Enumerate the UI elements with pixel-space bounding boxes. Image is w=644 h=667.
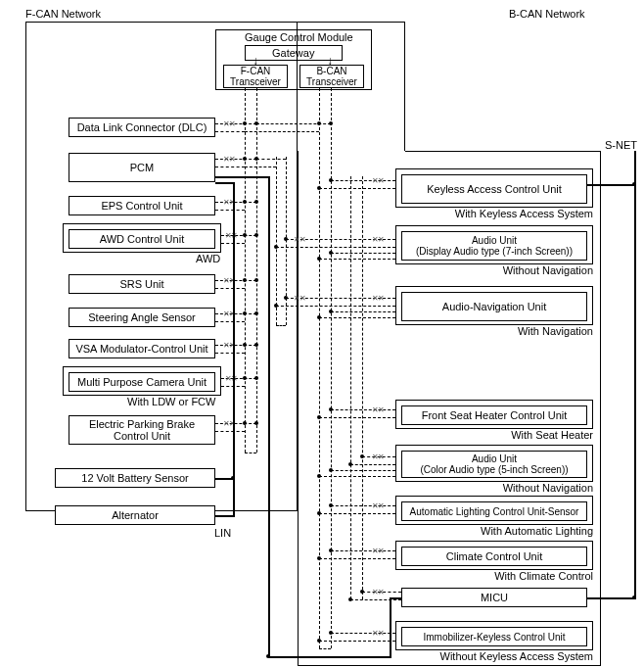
fcan-sub-a: [276, 157, 277, 325]
audionav-note: With Navigation: [395, 325, 593, 337]
arrow-down-icon: ↓: [253, 54, 258, 68]
immo-option-frame: [395, 621, 593, 650]
bcan-bus-a: [319, 88, 320, 648]
camera-option-frame: [63, 366, 221, 396]
awd-option-frame: [63, 223, 221, 253]
snet-line-micu: [587, 597, 636, 599]
awd-note: AWD: [196, 253, 220, 264]
seatheater-option-frame: [395, 400, 593, 429]
micu-box: MICU: [401, 588, 587, 607]
fcan-sub-b: [286, 157, 287, 325]
bcan-transceiver-box: B-CAN Transceiver: [299, 65, 364, 88]
bcan-network-label: B-CAN Network: [509, 8, 585, 20]
diagram-canvas: F-CAN Network B-CAN Network S-NET Gauge …: [0, 0, 644, 667]
audio7-option-frame: [395, 225, 593, 264]
audio5-option-frame: [395, 445, 593, 482]
snet-vertical: [634, 151, 636, 599]
autolight-note: With Automatic Lighting: [395, 525, 593, 537]
autolight-option-frame: [395, 496, 593, 525]
gateway-label: Gateway: [272, 47, 314, 59]
dlc-box: Data Link Connector (DLC): [69, 118, 215, 137]
pcm-box: PCM: [69, 153, 215, 182]
steering-angle-box: Steering Angle Sensor: [69, 308, 215, 327]
fcan-transceiver-box: F-CAN Transceiver: [223, 65, 288, 88]
gauge-title: Gauge Control Module: [245, 31, 353, 43]
keyless-option-frame: [395, 168, 593, 208]
eps-box: EPS Control Unit: [69, 196, 215, 215]
arrow-down-icon: ↓: [327, 54, 333, 68]
fcan-bus-a: [245, 88, 246, 453]
vsa-box: VSA Modulator-Control Unit: [69, 339, 215, 358]
camera-note: With LDW or FCW: [127, 396, 215, 407]
lin-label: LIN: [214, 527, 231, 539]
audionav-option-frame: [395, 286, 593, 325]
srs-box: SRS Unit: [69, 274, 215, 294]
keyless-note: With Keyless Access System: [395, 208, 593, 219]
alternator-box: Alternator: [55, 505, 215, 525]
snet-label: S-NET: [605, 139, 637, 151]
climate-option-frame: [395, 541, 593, 570]
battery-box: 12 Volt Battery Sensor: [55, 468, 215, 488]
epb-box: Electric Parking Brake Control Unit: [69, 415, 215, 445]
immo-note: Without Keyless Access System: [395, 650, 593, 662]
climate-note: With Climate Control: [395, 570, 593, 582]
audio5-note: Without Navigation: [395, 482, 593, 494]
audio7-note: Without Navigation: [395, 264, 593, 276]
snet-line-keyless: [587, 184, 636, 186]
bcan-bus-b: [331, 88, 332, 648]
seatheater-note: With Seat Heater: [395, 429, 593, 441]
fcan-bus-b: [256, 88, 257, 453]
fcan-network-label: F-CAN Network: [25, 8, 101, 20]
